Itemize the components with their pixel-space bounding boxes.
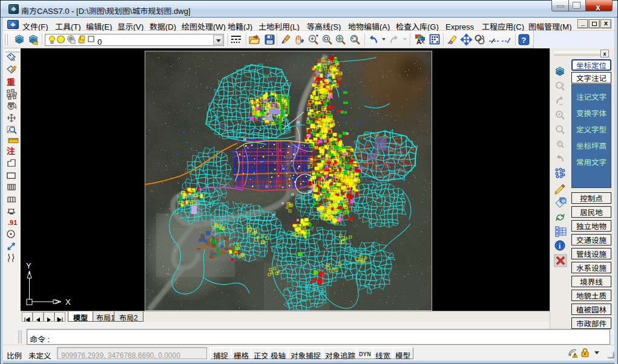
svg-text:.91: .91 [8, 219, 17, 226]
svg-text:Y: Y [26, 261, 31, 271]
svg-text:A: A [416, 38, 421, 45]
svg-text:注: 注 [7, 145, 15, 157]
svg-text:!: ! [574, 353, 576, 357]
svg-text:X: X [65, 296, 71, 307]
svg-text:?: ? [521, 36, 526, 45]
svg-text:重: 重 [7, 76, 15, 88]
